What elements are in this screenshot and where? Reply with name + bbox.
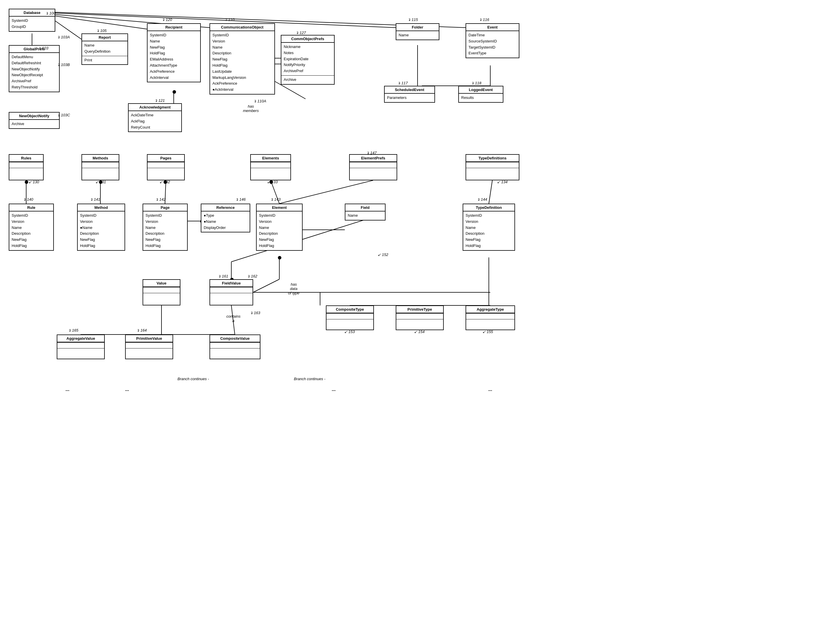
svg-line-79 [279,180,373,204]
ref-164: ↴ 164 [136,328,147,333]
el-f6: HoldFlag [259,243,300,249]
ref-f2: ●Name [204,219,247,225]
ref-118: ↴ 118 [471,81,481,85]
ref-141: ↴ 141 [90,197,100,202]
reference-title: Reference [201,204,250,212]
pages-title: Pages [147,155,184,162]
ref-103: ↴ 103 [38,46,48,50]
le-f1: Results [461,95,501,101]
ref-117: ↴ 117 [397,81,408,85]
rec-f2: Name [150,38,198,44]
tdef-f4: Description [466,231,512,237]
ack-f2: AckFlag [131,118,179,124]
mth-f5: NewFlag [80,237,122,243]
evt-f3: TargetSystemID [469,44,516,51]
el-f1: SystemID [259,213,300,219]
aggregatevalue-box: AggregateValue [57,334,105,359]
ref-f1: ●Type [204,213,247,219]
rec-f8: AckInterval [150,75,198,81]
ref-161: ↴ 161 [218,274,228,278]
rul-f1: SystemID [12,213,51,219]
newobjectnotify-box: NewObjectNotify Archive [9,112,60,129]
composition-dot-rules [25,180,28,184]
co-f8: MarkupLangVersion [212,75,272,81]
rul-f4: Description [12,231,51,237]
gp-f6: RetryThreshold [12,84,57,90]
folder-body: Name [396,31,439,40]
ref-143: ↴ 143 [270,197,281,202]
pg-f3: Name [146,225,185,231]
folder-title: Folder [396,24,439,31]
compositetype-box: CompositeType [326,305,374,330]
rul-f3: Name [12,225,51,231]
database-field-groupid: GroupID [12,24,52,30]
tdef-body: SystemID Version Name Description NewFla… [463,212,515,250]
le-body: Results [459,94,503,102]
commobject-box: CommunicationsObject SystemID Version Na… [209,23,275,95]
rec-f7: AckPreference [150,69,198,75]
mth-f1: SystemID [80,213,122,219]
co-f3: Name [212,44,272,51]
ref-155: ↙ 155 [482,330,493,334]
ref-153: ↙ 153 [344,330,355,334]
cop-title: CommObjectPrefs [281,35,334,43]
branch-continues-2: Branch continues - [294,377,325,381]
pv-title: PrimitiveValue [126,335,172,342]
globalprefs-body: DefaultMenu DefaultRefreshInt NewObjectN… [9,53,59,92]
pg-f2: Version [146,219,185,225]
svg-line-43 [253,279,279,292]
ref-116: ↴ 116 [479,17,489,22]
continuation-dots-2: ... [125,387,129,392]
ref-142: ↴ 142 [155,197,166,202]
recipient-body: SystemID Name NewFlag HoldFlag EMailAddr… [147,31,200,82]
ref-132: ↙ 132 [160,180,170,184]
non-f1: Archive [12,121,57,127]
el-f3: Name [259,225,300,231]
commobj-title: CommunicationsObject [210,24,274,31]
cop-f5: ArchivePref [284,68,332,74]
commobj-body: SystemID Version Name Description NewFla… [210,31,274,94]
gp-f4: NewObjectReceipt [12,72,57,78]
evt-f4: EventType [469,50,516,57]
method-body: SystemID Version ●Name Description NewFl… [78,212,124,250]
method-box: Method SystemID Version ●Name Descriptio… [77,204,125,251]
ref-103c: ↴ 103C [57,113,70,117]
ref-144: ↴ 144 [476,197,487,202]
rul-f6: HoldFlag [12,243,51,249]
pg-f5: NewFlag [146,237,185,243]
typedefinitions-box: TypeDefinitions [466,154,519,180]
ref-154: ↙ 154 [414,330,424,334]
pg-f1: SystemID [146,213,185,219]
element-box: Element SystemID Version Name Descriptio… [256,204,303,251]
gp-f5: ArchivePref [12,78,57,84]
continuation-dots-3: ... [332,387,335,392]
has-members-label: hasmembers [243,104,259,113]
se-title: ScheduledEvent [385,86,435,94]
tdef-f2: Version [466,219,512,225]
compositevalue-box: CompositeValue [209,334,260,359]
fv-title: FieldValue [210,280,253,287]
ref-152: ↙ 152 [378,253,388,257]
database-body: SystemID GroupID [9,17,55,31]
elements-box: Elements [250,154,291,180]
ref-110: ↴ 110 [224,17,235,22]
mth-f2: Version [80,219,122,225]
ref-103b: ↴ 103B [57,63,70,67]
rules-title: Rules [9,155,43,162]
rule-box: Rule SystemID Version Name Description N… [9,204,54,251]
methods-box: Methods [81,154,119,180]
co-f9: AckPreference [212,81,272,87]
uml-diagram: Database SystemID GroupID GlobalPrefs De… [0,0,822,644]
el-f5: NewFlag [259,237,300,243]
acknowledgment-box: Acknowledgment AckDateTime AckFlag Retry… [128,103,182,132]
globalprefs-title: GlobalPrefs [9,46,59,53]
pg-f6: HoldFlag [146,243,185,249]
ack-title: Acknowledgment [129,104,181,111]
cop-section: Archive [281,75,334,84]
ref-115: ↴ 115 [407,17,418,22]
le-title: LoggedEvent [459,86,503,94]
td-title: TypeDefinitions [466,155,519,162]
co-f10: ●AckInterval [212,87,272,93]
ref-110a: ↴ 110A [253,99,266,103]
cop-f2: Notes [284,50,332,56]
